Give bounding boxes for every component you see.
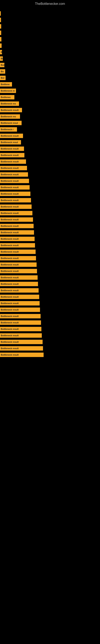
bar-label: Bottleneck result bbox=[1, 244, 19, 246]
bar-label: Bottleneck res bbox=[1, 102, 16, 105]
bar-label: Bol bbox=[1, 77, 4, 79]
bar: Bot bbox=[0, 63, 4, 67]
bar-label: Bottleneck result bbox=[1, 257, 19, 260]
bar: Bottleneck result bbox=[0, 153, 24, 158]
bar-row: Bol bbox=[0, 75, 100, 81]
bar-row: Bo bbox=[0, 56, 100, 62]
bar: Bottleneck r bbox=[0, 127, 17, 132]
bar-row: Bottleneck result bbox=[0, 339, 100, 345]
bar: Bottleneck result bbox=[0, 192, 30, 196]
bar-row: Bottleneck result bbox=[0, 281, 100, 287]
bar-row: Bottleneck result bbox=[0, 107, 100, 113]
bar-label: Bottleneck result bbox=[1, 341, 19, 343]
bar: Bottleneck result bbox=[0, 166, 27, 170]
bar-row: Bottleneck result bbox=[0, 326, 100, 332]
bar-label: Bottleneck re bbox=[1, 90, 15, 92]
bar-row: Bottleneck result bbox=[0, 159, 100, 164]
bar-label: Bo bbox=[1, 57, 3, 60]
bar: Bottleneck result bbox=[0, 243, 35, 248]
bar-label: Bottleneck result bbox=[1, 206, 19, 208]
bar-label: Bottleneck result bbox=[1, 289, 19, 292]
bar-row: Bottleneck result bbox=[0, 268, 100, 274]
bar-label: Bottleneck result bbox=[1, 322, 19, 324]
bar: Bottleneck result bbox=[0, 262, 37, 267]
bar-row: Bottleneck result bbox=[0, 256, 100, 261]
bar-row: Bottleneck result bbox=[0, 230, 100, 235]
bar-label: Bottleneck resul bbox=[1, 141, 18, 144]
bar: Bottleneck result bbox=[0, 288, 39, 292]
bar-row: Bottleneck result bbox=[0, 242, 100, 248]
bar-label: Bottleneck result bbox=[1, 302, 19, 304]
bar-label: Bottleneck r bbox=[1, 128, 14, 130]
bar-row bbox=[0, 43, 100, 48]
bar: B bbox=[0, 50, 2, 54]
bar: Bottleneck result bbox=[0, 146, 24, 151]
bar-row: B bbox=[0, 49, 100, 55]
bar-label: Bottleneck result bbox=[1, 173, 19, 176]
bar: Bottleneck res bbox=[0, 114, 20, 119]
bar: Bottleneck result bbox=[0, 108, 22, 112]
bar-label: Bottleneck result bbox=[1, 276, 19, 279]
bar-label: Bottleneck result bbox=[1, 225, 19, 227]
bar: Bottleneck result bbox=[0, 204, 32, 209]
bar: Bottleneck result bbox=[0, 217, 33, 222]
bar: Bottleneck result bbox=[0, 256, 36, 260]
bar: Bottleneck result bbox=[0, 333, 42, 338]
bar bbox=[0, 44, 1, 48]
bar-row: Bottleneck result bbox=[0, 191, 100, 196]
bar-row: Bottleneck result bbox=[0, 223, 100, 229]
bar-row: Bot bbox=[0, 62, 100, 68]
bar-row: Bo bbox=[0, 69, 100, 74]
bar-label: Bottlenec bbox=[1, 96, 11, 98]
bar: Bottleneck result bbox=[0, 172, 28, 177]
bar-label: Bot bbox=[1, 64, 4, 66]
bar: Bottleneck result bbox=[0, 179, 29, 183]
bar: Bottleneck result bbox=[0, 250, 36, 254]
bar-label: Bottleneck result bbox=[1, 186, 19, 188]
bar-label: Bottleneck result bbox=[1, 315, 19, 317]
bar-label: Bottleneck result bbox=[1, 328, 19, 330]
bar-row: Bottleneck re bbox=[0, 88, 100, 94]
bar-row: Bottleneck result bbox=[0, 352, 100, 358]
bar-row bbox=[0, 36, 100, 42]
bar-row: Bottleneck result bbox=[0, 346, 100, 351]
bar-label: Bottleneck result bbox=[1, 250, 19, 253]
bar-row: Bottleneck result bbox=[0, 178, 100, 184]
bar-row: Bottleneck result bbox=[0, 275, 100, 280]
bar: Bo bbox=[0, 69, 5, 74]
bar: Bottleneck result bbox=[0, 230, 34, 235]
bar-label: Bottleneck result bbox=[1, 180, 19, 182]
bar-row bbox=[0, 30, 100, 36]
bar: Bottleneck result bbox=[0, 320, 41, 325]
bar: Bottleneck resul bbox=[0, 121, 22, 125]
bar-row: Bottlene bbox=[0, 82, 100, 87]
bar-row: Bottleneck result bbox=[0, 313, 100, 319]
bar-label: Bottleneck result bbox=[1, 199, 19, 202]
bar-label: Bottleneck result bbox=[1, 354, 19, 356]
bar-row: Bottleneck r bbox=[0, 126, 100, 132]
bar-label: Bottleneck result bbox=[1, 308, 19, 311]
bar: Bottleneck result bbox=[0, 301, 40, 306]
site-title: TheBottlenecker.com bbox=[0, 0, 100, 7]
bar-row: Bottleneck result bbox=[0, 146, 100, 152]
bar-row: Bottleneck result bbox=[0, 236, 100, 242]
bar-row: Bottleneck result bbox=[0, 288, 100, 293]
bar-label: Bottleneck result bbox=[1, 148, 19, 150]
bar-row: Bottleneck result bbox=[0, 204, 100, 210]
bar: Bottleneck result bbox=[0, 275, 38, 280]
bar-row: Bottleneck result bbox=[0, 300, 100, 306]
bar-row: Bottleneck result bbox=[0, 217, 100, 222]
bar-label: Bottleneck result bbox=[1, 160, 19, 163]
bar-label: Bottleneck resul bbox=[1, 122, 18, 124]
bar: Bottlenec bbox=[0, 95, 14, 100]
bar: Bottleneck result bbox=[0, 237, 35, 241]
bar-label: Bottleneck result bbox=[1, 109, 19, 111]
bar-label: Bottleneck result bbox=[1, 167, 19, 169]
bar: Bo bbox=[0, 56, 3, 61]
bar-row: Bottleneck result bbox=[0, 210, 100, 216]
bar: Bottleneck result bbox=[0, 346, 43, 350]
bar-label: Bottleneck result bbox=[1, 212, 19, 214]
bar-row: Bottleneck result bbox=[0, 198, 100, 203]
bar: Bottleneck result bbox=[0, 134, 23, 138]
bar: Bottleneck result bbox=[0, 211, 32, 215]
